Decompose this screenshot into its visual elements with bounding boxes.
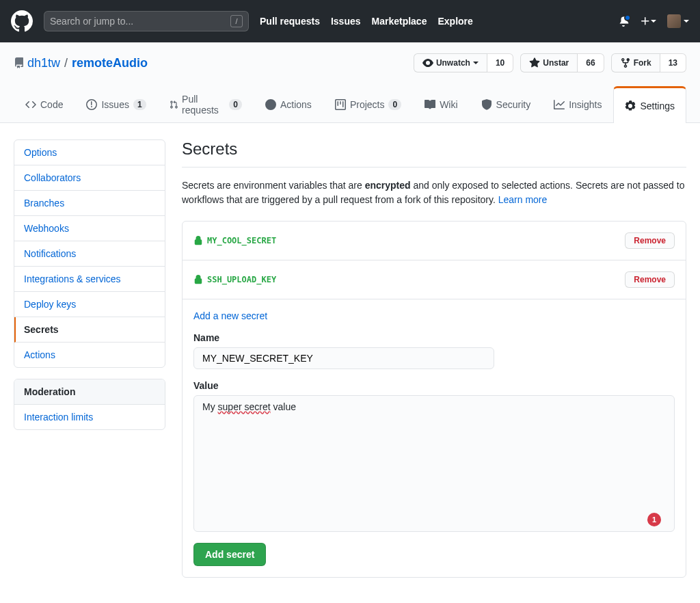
- page-description: Secrets are environment variables that a…: [182, 178, 686, 207]
- moderation-header: Moderation: [14, 379, 165, 405]
- remove-secret-button[interactable]: Remove: [625, 271, 675, 288]
- sidebar-item-interaction-limits[interactable]: Interaction limits: [14, 405, 165, 429]
- project-icon: [335, 99, 346, 110]
- caret-down-icon: [684, 20, 689, 23]
- sidebar-item-collaborators[interactable]: Collaborators: [14, 165, 165, 191]
- tab-security[interactable]: Security: [470, 86, 543, 122]
- settings-sidebar: Options Collaborators Branches Webhooks …: [14, 139, 165, 578]
- nav-marketplace[interactable]: Marketplace: [372, 16, 427, 27]
- owner-link[interactable]: dh1tw: [27, 56, 60, 70]
- notification-indicator: [624, 14, 631, 21]
- fork-icon: [620, 57, 631, 68]
- tab-code[interactable]: Code: [14, 86, 75, 122]
- grammar-badge[interactable]: 1: [647, 513, 661, 526]
- tab-issues[interactable]: Issues1: [75, 86, 157, 122]
- slash-key-hint: /: [230, 15, 243, 27]
- projects-count-badge: 0: [388, 99, 401, 110]
- repo-title: dh1tw / remoteAudio: [14, 56, 148, 70]
- stargazers-count[interactable]: 66: [578, 53, 604, 72]
- caret-down-icon: [651, 20, 656, 23]
- issues-count-badge: 1: [133, 99, 146, 110]
- repo-icon: [14, 57, 25, 68]
- forks-count[interactable]: 13: [660, 53, 686, 72]
- shield-icon: [481, 99, 492, 110]
- secret-row: SSH_UPLOAD_KEY Remove: [183, 260, 686, 299]
- sidebar-item-webhooks[interactable]: Webhooks: [14, 216, 165, 241]
- page-title: Secrets: [182, 139, 686, 168]
- tab-wiki[interactable]: Wiki: [413, 86, 469, 122]
- sidebar-item-secrets: Secrets: [14, 317, 165, 343]
- primary-nav: Pull requests Issues Marketplace Explore: [260, 16, 473, 27]
- name-label: Name: [193, 332, 675, 343]
- sidebar-item-options[interactable]: Options: [14, 140, 165, 165]
- plus-icon: [640, 16, 651, 27]
- repo-tabs: Code Issues1 Pull requests0 Actions Proj…: [14, 86, 686, 122]
- secret-name: SSH_UPLOAD_KEY: [193, 275, 276, 284]
- lock-icon: [193, 236, 203, 245]
- secret-row: MY_COOL_SECRET Remove: [183, 222, 686, 260]
- avatar: [667, 14, 681, 28]
- sidebar-item-actions[interactable]: Actions: [14, 343, 165, 367]
- watchers-count[interactable]: 10: [487, 53, 513, 72]
- lock-icon: [193, 275, 203, 284]
- issue-icon: [86, 99, 97, 110]
- value-label: Value: [193, 380, 675, 391]
- add-new-secret-link[interactable]: Add a new secret: [193, 310, 675, 321]
- sidebar-item-deploy-keys[interactable]: Deploy keys: [14, 292, 165, 317]
- add-secret-button[interactable]: Add secret: [193, 543, 266, 566]
- fork-button-group: Fork 13: [611, 53, 686, 72]
- spellcheck-underline: super secret: [218, 401, 271, 412]
- watch-button-group: Unwatch 10: [414, 53, 513, 72]
- global-header: / Pull requests Issues Marketplace Explo…: [0, 0, 700, 42]
- pulls-count-badge: 0: [229, 99, 242, 110]
- learn-more-link[interactable]: Learn more: [498, 194, 548, 205]
- unstar-button[interactable]: Unstar: [520, 53, 578, 72]
- notifications-button[interactable]: [618, 16, 629, 27]
- tab-pull-requests[interactable]: Pull requests0: [158, 86, 254, 122]
- fork-button[interactable]: Fork: [611, 53, 660, 72]
- sidebar-item-integrations[interactable]: Integrations & services: [14, 267, 165, 292]
- secrets-list: MY_COOL_SECRET Remove SSH_UPLOAD_KEY Rem…: [182, 221, 686, 578]
- code-icon: [25, 99, 36, 110]
- sidebar-item-branches[interactable]: Branches: [14, 191, 165, 216]
- create-new-menu[interactable]: [640, 16, 656, 27]
- remove-secret-button[interactable]: Remove: [625, 232, 675, 249]
- user-menu[interactable]: [667, 14, 689, 28]
- github-logo-icon[interactable]: [11, 10, 33, 32]
- repo-header: dh1tw / remoteAudio Unwatch 10 Unstar 66: [0, 42, 700, 123]
- play-icon: [265, 99, 276, 110]
- main-content: Secrets Secrets are environment variable…: [182, 139, 686, 578]
- gear-icon: [625, 100, 636, 111]
- secret-name-input[interactable]: [193, 347, 494, 369]
- tab-actions[interactable]: Actions: [254, 86, 323, 122]
- tab-settings[interactable]: Settings: [613, 86, 686, 123]
- secret-value-textarea[interactable]: My super secret value: [193, 395, 675, 532]
- path-separator: /: [64, 56, 68, 70]
- tab-projects[interactable]: Projects0: [323, 86, 413, 122]
- caret-down-icon: [473, 62, 479, 64]
- tab-insights[interactable]: Insights: [542, 86, 613, 122]
- nav-explore[interactable]: Explore: [438, 16, 472, 27]
- unwatch-button[interactable]: Unwatch: [414, 53, 487, 72]
- search-input[interactable]: [50, 16, 230, 27]
- search-box[interactable]: /: [44, 11, 249, 31]
- pull-request-icon: [170, 99, 178, 110]
- book-icon: [425, 99, 435, 110]
- sidebar-item-notifications[interactable]: Notifications: [14, 241, 165, 267]
- star-icon: [529, 57, 540, 68]
- eye-icon: [422, 57, 433, 68]
- nav-pull-requests[interactable]: Pull requests: [260, 16, 320, 27]
- graph-icon: [554, 99, 565, 110]
- secret-name: MY_COOL_SECRET: [193, 236, 276, 245]
- star-button-group: Unstar 66: [520, 53, 604, 72]
- nav-issues[interactable]: Issues: [331, 16, 361, 27]
- add-secret-form: Add a new secret Name Value My super sec…: [183, 299, 686, 577]
- repo-link[interactable]: remoteAudio: [72, 56, 148, 70]
